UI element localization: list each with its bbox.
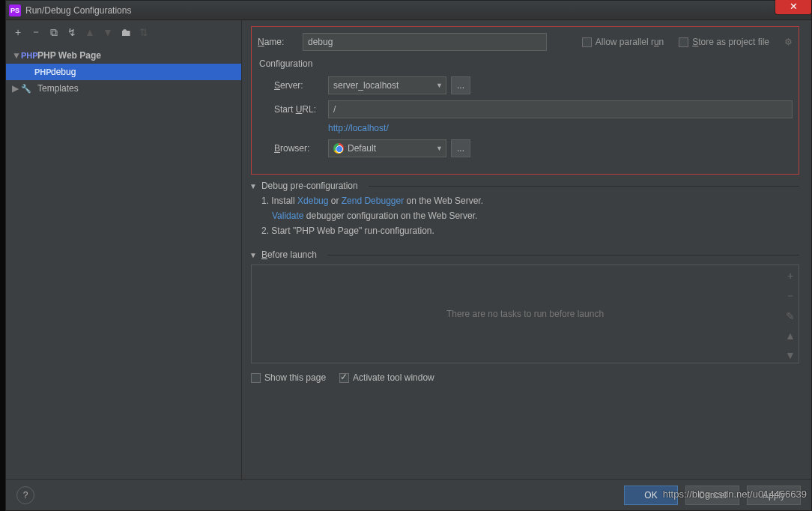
move-down-icon[interactable]: ▼ — [785, 349, 796, 361]
expand-icon[interactable]: ▶ — [12, 83, 21, 94]
cancel-button[interactable]: Cancel — [685, 486, 739, 505]
browser-combo[interactable]: Default ▼ — [328, 139, 446, 157]
folder-icon[interactable]: 🖿 — [120, 26, 132, 38]
add-icon[interactable]: + — [12, 26, 24, 38]
remove-task-icon[interactable]: － — [785, 289, 796, 303]
tree-label: Templates — [37, 83, 79, 94]
tree-label: PHP Web Page — [37, 50, 101, 61]
sidebar: + － ⧉ ↯ ▲ ▼ 🖿 ⇅ ▼ PHP PHP Web Page PHP d… — [6, 20, 242, 480]
browser-browse-button[interactable]: ... — [451, 139, 470, 157]
dialog: PS Run/Debug Configurations ✕ + － ⧉ ↯ ▲ … — [5, 0, 812, 511]
show-this-page-checkbox[interactable]: Show this page — [251, 372, 326, 383]
server-combo[interactable]: server_localhost ▼ — [328, 76, 446, 94]
activate-tool-window-checkbox[interactable]: Activate tool window — [339, 372, 434, 383]
allow-parallel-run-checkbox[interactable]: Allow parallel run — [582, 37, 664, 47]
resolved-url-link[interactable]: http://localhost/ — [328, 123, 389, 133]
before-launch-header[interactable]: ▼ Before launch — [249, 250, 799, 260]
store-as-project-file-checkbox[interactable]: Store as project file — [679, 37, 769, 47]
main-panel: NName:ame: Allow parallel run Store as p… — [242, 20, 811, 480]
server-browse-button[interactable]: ... — [451, 76, 470, 94]
debug-pre-list: 1. Install Xdebug or Zend Debugger on th… — [261, 196, 799, 236]
starturl-input[interactable] — [328, 100, 793, 118]
ok-button[interactable]: OK — [624, 486, 678, 505]
empty-tasks-text: There are no tasks to run before launch — [446, 309, 604, 319]
add-task-icon[interactable]: + — [787, 270, 793, 282]
sidebar-toolbar: + － ⧉ ↯ ▲ ▼ 🖿 ⇅ — [6, 20, 241, 44]
wrench-icon: 🔧 — [21, 84, 34, 94]
task-side-toolbar: + － ✎ ▲ ▼ — [782, 265, 799, 363]
combo-value: Default — [333, 143, 376, 154]
content: + － ⧉ ↯ ▲ ▼ 🖿 ⇅ ▼ PHP PHP Web Page PHP d… — [6, 20, 811, 480]
down-icon[interactable]: ▼ — [102, 26, 114, 38]
validate-link[interactable]: Validate — [272, 211, 303, 221]
edit-icon[interactable]: ↯ — [66, 26, 78, 38]
php-icon: PHP — [34, 67, 48, 76]
browser-label: Browser: — [274, 143, 328, 154]
starturl-label: Start URL: — [274, 104, 328, 115]
app-icon: PS — [9, 4, 21, 16]
before-launch-tasks: There are no tasks to run before launch … — [251, 264, 799, 363]
zend-debugger-link[interactable]: Zend Debugger — [342, 196, 404, 206]
edit-task-icon[interactable]: ✎ — [786, 310, 795, 322]
server-label: Server: — [274, 80, 328, 91]
titlebar: PS Run/Debug Configurations — [6, 1, 811, 20]
remove-icon[interactable]: － — [30, 26, 42, 38]
name-label: NName:ame: — [258, 37, 303, 47]
debug-step-1: 1. Install Xdebug or Zend Debugger on th… — [261, 196, 799, 206]
gear-icon[interactable]: ⚙ — [784, 37, 793, 47]
chevron-down-icon: ▼ — [249, 182, 257, 190]
apply-button[interactable]: Apply — [747, 486, 801, 505]
chevron-down-icon: ▼ — [436, 82, 443, 89]
xdebug-link[interactable]: Xdebug — [297, 196, 328, 206]
chrome-icon — [333, 143, 344, 154]
up-icon[interactable]: ▲ — [84, 26, 96, 38]
window-title: Run/Debug Configurations — [25, 5, 131, 16]
tree-label: debug — [51, 67, 76, 77]
combo-value: server_localhost — [333, 80, 399, 91]
debug-step-validate: Validate debugger configuration on the W… — [261, 211, 799, 221]
checkbox-label: Allow parallel run — [596, 37, 664, 47]
chevron-down-icon: ▼ — [436, 145, 443, 152]
name-input[interactable] — [303, 33, 547, 51]
copy-icon[interactable]: ⧉ — [48, 26, 60, 38]
close-button[interactable]: ✕ — [775, 0, 811, 14]
highlight-box: NName:ame: Allow parallel run Store as p… — [251, 26, 799, 175]
debug-pre-header[interactable]: ▼ Debug pre-configuration — [249, 181, 799, 191]
move-up-icon[interactable]: ▲ — [785, 330, 796, 342]
configuration-header: Configuration — [259, 58, 793, 69]
config-tree: ▼ PHP PHP Web Page PHP debug ▶ 🔧 Templat… — [6, 44, 241, 480]
sort-icon[interactable]: ⇅ — [138, 26, 150, 38]
checkbox-label: Activate tool window — [353, 372, 434, 383]
php-icon: PHP — [21, 51, 34, 60]
chevron-down-icon: ▼ — [249, 251, 257, 259]
tree-node-debug[interactable]: PHP debug — [6, 64, 241, 80]
expand-icon[interactable]: ▼ — [12, 50, 21, 61]
tree-node-php-web-page[interactable]: ▼ PHP PHP Web Page — [6, 47, 241, 64]
help-button[interactable]: ? — [16, 486, 34, 504]
footer: ? OK Cancel Apply — [6, 479, 811, 510]
checkbox-label: Show this page — [264, 372, 326, 383]
tree-node-templates[interactable]: ▶ 🔧 Templates — [6, 80, 241, 97]
debug-step-2: 2. Start "PHP Web Page" run-configuratio… — [261, 226, 799, 236]
checkbox-label: Store as project file — [692, 37, 769, 47]
